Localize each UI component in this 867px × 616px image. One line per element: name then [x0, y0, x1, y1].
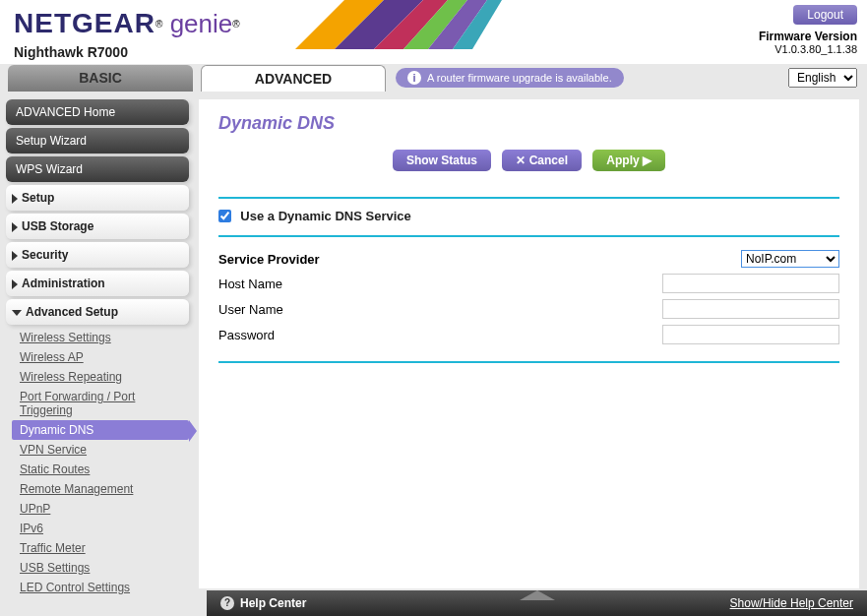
- tab-advanced[interactable]: ADVANCED: [201, 65, 386, 92]
- tab-basic[interactable]: BASIC: [8, 65, 193, 92]
- host-name-label: Host Name: [218, 271, 529, 296]
- sidebar-item-wireless-ap[interactable]: Wireless AP: [20, 347, 189, 367]
- sidebar-item-upnp[interactable]: UPnP: [20, 499, 189, 519]
- brand-genie: genie: [170, 9, 233, 38]
- user-name-label: User Name: [218, 296, 529, 322]
- user-name-input[interactable]: [662, 299, 839, 319]
- divider: [218, 197, 839, 199]
- show-status-button[interactable]: Show Status: [393, 150, 491, 171]
- show-hide-help[interactable]: Show/Hide Help Center: [730, 596, 853, 610]
- page-title: Dynamic DNS: [218, 113, 839, 134]
- divider: [218, 235, 839, 237]
- password-label: Password: [218, 322, 529, 347]
- advanced-setup-submenu: Wireless Settings Wireless AP Wireless R…: [6, 328, 189, 597]
- host-name-input[interactable]: [662, 274, 839, 293]
- firmware-label: Firmware Version: [759, 30, 857, 43]
- nav-setup[interactable]: Setup: [6, 185, 189, 211]
- sidebar-item-port-forwarding[interactable]: Port Forwarding / Port Triggering: [20, 387, 189, 420]
- content-panel: Dynamic DNS Show Status ✕ Cancel Apply ▶…: [199, 99, 859, 588]
- help-center-label[interactable]: Help Center: [240, 596, 306, 610]
- firmware-notice[interactable]: i A router firmware upgrade is available…: [396, 68, 624, 88]
- service-provider-select[interactable]: NoIP.com: [741, 250, 839, 268]
- main: ADVANCED Home Setup Wizard WPS Wizard Se…: [0, 92, 867, 588]
- apply-button[interactable]: Apply ▶: [592, 150, 665, 171]
- nav-setup-wizard[interactable]: Setup Wizard: [6, 128, 189, 154]
- tabs-row: BASIC ADVANCED i A router firmware upgra…: [0, 64, 867, 92]
- brand-netgear: NETGEAR: [14, 8, 155, 38]
- arrow-up-icon[interactable]: [520, 590, 555, 600]
- decorative-shapes-icon: [295, 0, 512, 49]
- nav-security[interactable]: Security: [6, 242, 189, 268]
- footer-bar: ? Help Center Show/Hide Help Center: [207, 590, 867, 616]
- sidebar-item-traffic-meter[interactable]: Traffic Meter: [20, 538, 189, 558]
- sidebar-item-wireless-repeating[interactable]: Wireless Repeating: [20, 367, 189, 387]
- sidebar-item-dynamic-dns[interactable]: Dynamic DNS: [12, 420, 189, 440]
- language-dropdown[interactable]: English: [788, 68, 857, 88]
- sidebar-item-remote-management[interactable]: Remote Management: [20, 479, 189, 499]
- button-row: Show Status ✕ Cancel Apply ▶: [218, 150, 839, 171]
- use-ddns-checkbox[interactable]: [218, 210, 231, 222]
- sidebar-item-led-control[interactable]: LED Control Settings: [20, 578, 189, 597]
- sidebar: ADVANCED Home Setup Wizard WPS Wizard Se…: [0, 92, 195, 588]
- registered-icon: ®: [232, 19, 239, 30]
- use-ddns-row: Use a Dynamic DNS Service: [218, 209, 839, 223]
- nav-usb-storage[interactable]: USB Storage: [6, 214, 189, 239]
- ddns-form: Service Provider NoIP.com Host Name User…: [218, 247, 839, 347]
- nav-advanced-setup[interactable]: Advanced Setup: [6, 299, 189, 325]
- logout-button[interactable]: Logout: [793, 5, 857, 25]
- notice-text: A router firmware upgrade is available.: [427, 72, 612, 84]
- sidebar-item-usb-settings[interactable]: USB Settings: [20, 558, 189, 578]
- firmware-info: Firmware Version V1.0.3.80_1.1.38: [759, 30, 857, 55]
- sidebar-item-ipv6[interactable]: IPv6: [20, 519, 189, 538]
- nav-administration[interactable]: Administration: [6, 271, 189, 296]
- password-input[interactable]: [662, 325, 839, 344]
- sidebar-item-wireless-settings[interactable]: Wireless Settings: [20, 328, 189, 347]
- info-icon: i: [407, 71, 421, 85]
- registered-icon: ®: [155, 19, 162, 30]
- sidebar-item-static-routes[interactable]: Static Routes: [20, 460, 189, 479]
- header: NETGEAR® genie® Logout Firmware Version …: [0, 0, 867, 64]
- logo: NETGEAR® genie®: [14, 8, 240, 39]
- chevron-down-icon: [12, 310, 22, 316]
- sidebar-item-vpn-service[interactable]: VPN Service: [20, 440, 189, 460]
- nav-advanced-home[interactable]: ADVANCED Home: [6, 99, 189, 125]
- language-select[interactable]: English: [788, 68, 857, 88]
- chevron-right-icon: [12, 194, 18, 204]
- nav-wps-wizard[interactable]: WPS Wizard: [6, 156, 189, 182]
- close-icon: ✕: [516, 154, 526, 167]
- service-provider-label: Service Provider: [218, 247, 529, 271]
- cancel-button[interactable]: ✕ Cancel: [502, 150, 582, 171]
- chevron-right-icon: [12, 222, 18, 232]
- use-ddns-label: Use a Dynamic DNS Service: [240, 209, 410, 223]
- device-name: Nighthawk R7000: [14, 44, 128, 60]
- firmware-version: V1.0.3.80_1.1.38: [759, 43, 857, 55]
- help-icon: ?: [220, 596, 234, 610]
- chevron-right-icon: [12, 251, 18, 261]
- chevron-right-icon: [12, 279, 18, 289]
- divider: [218, 361, 839, 363]
